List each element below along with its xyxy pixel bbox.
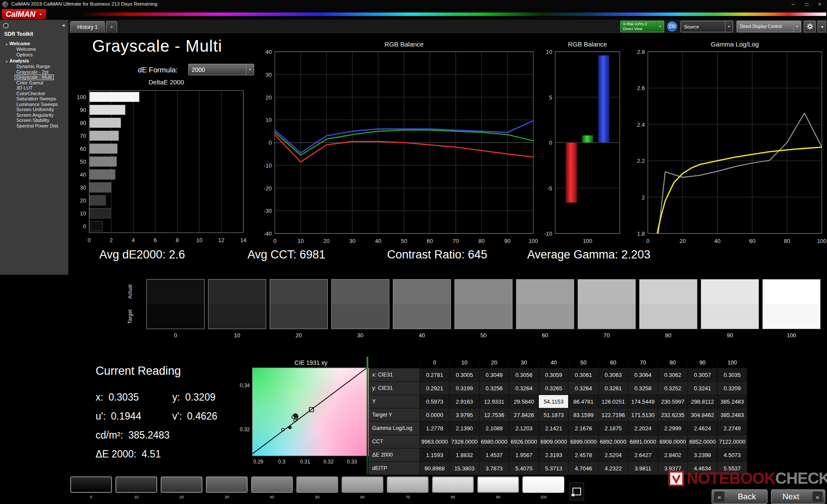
sidebar-collapse-button[interactable]: ◄ xyxy=(61,23,65,28)
sidebar-item-saturation-sweeps[interactable]: Saturation Sweeps xyxy=(15,96,58,102)
table-cell-cct-80[interactable]: 6908.0000 xyxy=(658,435,687,448)
table-cell-e-2000-60[interactable]: 2.5204 xyxy=(599,448,628,461)
table-cell-x-cie31-30[interactable]: 0.3056 xyxy=(509,368,538,381)
pattern-button-90[interactable] xyxy=(477,476,519,493)
table-cell-y-10[interactable]: 2.9163 xyxy=(450,395,479,408)
table-cell-target-y-90[interactable]: 304.8462 xyxy=(688,408,717,421)
table-cell-y-90[interactable]: 298.8112 xyxy=(688,395,717,408)
table-cell-y-40[interactable]: 54.1153 xyxy=(539,395,568,408)
sidebar-item-3d-lut[interactable]: 3D LUT xyxy=(15,85,34,91)
sidebar-item-screen-angularity[interactable]: Screen Angularity xyxy=(15,112,55,118)
source-dropdown[interactable]: Source ▼ xyxy=(681,21,733,32)
table-cell-target-y-40[interactable]: 51.1873 xyxy=(539,408,568,421)
sidebar-item-color-gamut[interactable]: Color Gamut xyxy=(15,80,45,86)
table-cell-y-cie31-80[interactable]: 0.3252 xyxy=(658,382,687,395)
sidebar-menu-icon[interactable] xyxy=(3,23,9,28)
sidebar-item-welcome[interactable]: Welcome xyxy=(15,47,38,52)
table-cell-cct-60[interactable]: 6892.0000 xyxy=(599,435,628,448)
table-cell-y-cie31-40[interactable]: 0.3265 xyxy=(539,382,568,395)
table-cell-x-cie31-100[interactable]: 0.3035 xyxy=(718,368,747,381)
table-cell-gamma-log-log-100[interactable]: 2.2749 xyxy=(718,422,747,435)
table-cell-y-cie31-30[interactable]: 0.3264 xyxy=(509,382,538,395)
table-cell-gamma-log-log-70[interactable]: 2.2024 xyxy=(628,422,658,435)
table-cell-target-y-20[interactable]: 12.7536 xyxy=(479,408,509,421)
sidebar-item-grayscale-multi[interactable]: Grayscale - Multi xyxy=(15,75,54,80)
table-cell-e-2000-50[interactable]: 2.4578 xyxy=(569,448,598,461)
close-button[interactable]: × xyxy=(813,0,826,9)
table-cell-y-cie31-0[interactable]: 0.2921 xyxy=(420,382,449,395)
table-cell-gamma-log-log-0[interactable]: 1.2778 xyxy=(420,422,449,435)
meter-dropdown[interactable]: X-Rite i1Pro 2 Direct View ▼ xyxy=(620,21,664,32)
table-cell-y-cie31-90[interactable]: 0.3241 xyxy=(688,382,717,395)
table-cell-gamma-log-log-80[interactable]: 2.2999 xyxy=(658,422,687,435)
table-cell-e-2000-70[interactable]: 2.6427 xyxy=(628,448,658,461)
table-cell-deitp-0[interactable]: 90.8968 xyxy=(420,462,449,475)
sidebar-item-grayscale-2pt[interactable]: Grayscale - 2pt xyxy=(15,69,50,75)
pattern-button-80[interactable] xyxy=(432,476,474,493)
table-cell-e-2000-0[interactable]: 1.1593 xyxy=(420,448,449,461)
table-cell-cct-90[interactable]: 6952.0000 xyxy=(688,435,717,448)
table-cell-y-cie31-100[interactable]: 0.3209 xyxy=(718,382,747,395)
table-cell-cct-70[interactable]: 6891.0000 xyxy=(628,435,658,448)
table-cell-target-y-0[interactable]: 0.0000 xyxy=(420,408,449,421)
table-cell-deitp-10[interactable]: 15.3803 xyxy=(450,462,479,475)
table-cell-x-cie31-90[interactable]: 0.3057 xyxy=(688,368,717,381)
pattern-button-10[interactable] xyxy=(115,476,157,493)
table-cell-e-2000-40[interactable]: 2.3193 xyxy=(539,448,568,461)
table-cell-y-30[interactable]: 29.5840 xyxy=(509,395,538,408)
table-cell-e-2000-30[interactable]: 1.9567 xyxy=(509,448,538,461)
pattern-button-40[interactable] xyxy=(251,476,293,493)
pattern-button-50[interactable] xyxy=(296,476,338,493)
panel-collapse-button[interactable]: ◄ xyxy=(818,21,826,32)
table-cell-gamma-log-log-40[interactable]: 2.1421 xyxy=(539,422,568,435)
pattern-button-0[interactable] xyxy=(70,476,112,493)
table-cell-x-cie31-60[interactable]: 0.3063 xyxy=(599,368,628,381)
table-cell-x-cie31-10[interactable]: 0.3005 xyxy=(450,368,479,381)
table-cell-y-cie31-10[interactable]: 0.3199 xyxy=(450,382,479,395)
table-cell-y-70[interactable]: 174.5449 xyxy=(628,395,658,408)
table-cell-y-60[interactable]: 126.0251 xyxy=(599,395,628,408)
table-cell-deitp-50[interactable]: 4.7046 xyxy=(569,462,598,475)
table-cell-target-y-60[interactable]: 122.7196 xyxy=(599,408,628,421)
table-cell-e-2000-100[interactable]: 4.5073 xyxy=(718,448,747,461)
table-cell-target-y-30[interactable]: 27.8426 xyxy=(509,408,538,421)
settings-button[interactable] xyxy=(804,21,816,32)
sidebar-item-colorchecker[interactable]: ColorChecker xyxy=(15,91,47,96)
table-cell-gamma-log-log-90[interactable]: 2.4624 xyxy=(688,422,717,435)
table-cell-x-cie31-20[interactable]: 0.3049 xyxy=(479,368,509,381)
maximize-button[interactable]: □ xyxy=(800,0,813,9)
table-cell-y-cie31-70[interactable]: 0.3258 xyxy=(628,382,658,395)
table-cell-cct-100[interactable]: 7122.0000 xyxy=(718,435,747,448)
table-cell-target-y-70[interactable]: 171.5130 xyxy=(628,408,658,421)
table-cell-target-y-80[interactable]: 232.6235 xyxy=(658,408,687,421)
pattern-button-60[interactable] xyxy=(342,476,383,493)
calman-logo-button[interactable]: CalMAN ▼ xyxy=(2,9,46,19)
pattern-button-20[interactable] xyxy=(161,476,202,493)
sidebar-group-welcome[interactable]: ▸Welcome xyxy=(6,41,68,46)
sidebar-item-screen-stability[interactable]: Screen Stability xyxy=(15,118,51,123)
table-cell-x-cie31-40[interactable]: 0.3059 xyxy=(539,368,568,381)
table-cell-e-2000-80[interactable]: 2.8402 xyxy=(658,448,687,461)
pattern-button-70[interactable] xyxy=(387,476,429,493)
next-button[interactable]: Next » xyxy=(771,489,825,504)
table-cell-deitp-40[interactable]: 5.3713 xyxy=(539,462,568,475)
table-cell-target-y-50[interactable]: 83.1599 xyxy=(569,408,598,421)
table-cell-target-y-10[interactable]: 3.9795 xyxy=(450,408,479,421)
table-cell-cct-50[interactable]: 6899.0000 xyxy=(569,435,598,448)
pattern-window-button[interactable] xyxy=(569,482,584,501)
pattern-button-30[interactable] xyxy=(206,476,248,493)
table-cell-cct-0[interactable]: 9963.0000 xyxy=(420,435,449,448)
table-cell-e-2000-10[interactable]: 1.8832 xyxy=(450,448,479,461)
table-cell-deitp-30[interactable]: 5.4075 xyxy=(509,462,538,475)
table-cell-cct-30[interactable]: 6926.0000 xyxy=(509,435,538,448)
table-cell-x-cie31-80[interactable]: 0.3062 xyxy=(658,368,687,381)
table-cell-cct-10[interactable]: 7328.0000 xyxy=(450,435,479,448)
table-cell-deitp-60[interactable]: 4.2322 xyxy=(599,462,628,475)
pattern-button-100[interactable] xyxy=(522,476,564,493)
table-cell-e-2000-20[interactable]: 1.4537 xyxy=(479,448,509,461)
table-cell-y-cie31-50[interactable]: 0.3264 xyxy=(569,382,598,395)
table-cell-y-50[interactable]: 86.4781 xyxy=(569,395,598,408)
table-cell-target-y-100[interactable]: 385.2483 xyxy=(718,408,747,421)
minimize-button[interactable]: – xyxy=(787,0,799,9)
table-cell-x-cie31-50[interactable]: 0.3061 xyxy=(569,368,598,381)
